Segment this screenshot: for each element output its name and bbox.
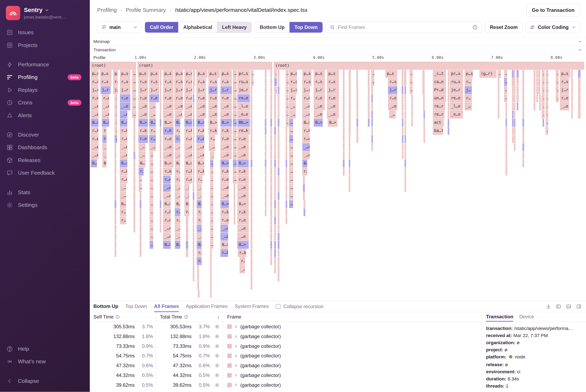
flame-frame[interactable] — [160, 192, 162, 200]
flame-frame[interactable] — [516, 78, 519, 86]
flame-frame[interactable] — [448, 102, 449, 110]
flame-frame[interactable]: r…s — [560, 78, 569, 86]
flame-frame[interactable]: … — [504, 78, 507, 86]
flame-frame[interactable] — [265, 152, 267, 159]
flame-frame[interactable] — [251, 225, 252, 232]
flame-frame[interactable] — [514, 127, 515, 135]
flame-frame[interactable]: r…s — [120, 78, 131, 86]
flame-frame[interactable] — [234, 208, 235, 216]
flame-frame[interactable] — [278, 249, 279, 257]
flame-frame[interactable] — [522, 111, 524, 118]
flame-frame[interactable]: _e…e — [450, 111, 463, 118]
flame-frame[interactable]: _…e — [388, 102, 397, 110]
flamegraph-canvas[interactable]: (root)p…sr…sj…rr…e_…e_…e0…>r…kr…e_…e_…e0… — [90, 62, 586, 301]
direction-option-bottom-up[interactable]: Bottom Up — [255, 22, 290, 32]
flame-frame[interactable] — [286, 192, 287, 200]
flame-frame[interactable]: r…k — [139, 127, 148, 135]
flame-frame[interactable]: j…r — [302, 86, 310, 94]
flame-frame[interactable]: r… — [175, 208, 180, 216]
flame-frame[interactable] — [536, 70, 538, 78]
flame-frame[interactable] — [270, 216, 272, 224]
details-tab-device[interactable]: Device — [519, 312, 534, 322]
flame-frame[interactable] — [534, 102, 535, 110]
flame-frame[interactable]: _… — [289, 111, 296, 118]
flame-frame[interactable] — [356, 70, 358, 78]
flame-frame[interactable]: r…k — [91, 127, 98, 135]
flame-frame[interactable] — [193, 216, 194, 224]
flame-frame[interactable]: … — [286, 86, 289, 94]
minimap-section-header[interactable]: Minimap — [90, 38, 586, 46]
flame-frame[interactable]: r…k — [185, 168, 192, 176]
flame-frame[interactable]: _… — [210, 152, 214, 159]
flame-frame[interactable] — [536, 94, 538, 102]
flame-frame[interactable] — [522, 152, 524, 159]
breadcrumb-item-0[interactable]: Profiling — [97, 7, 117, 13]
flame-frame[interactable]: _… — [289, 102, 296, 110]
flame-frame[interactable]: r…e — [197, 135, 204, 143]
flame-frame[interactable]: r…k — [221, 168, 229, 176]
flame-frame[interactable]: r…e — [185, 176, 192, 184]
flame-frame[interactable]: … — [286, 94, 289, 102]
go-to-transaction-button[interactable]: Go to Transaction — [526, 4, 580, 16]
flame-frame[interactable] — [278, 200, 279, 208]
table-row[interactable]: 47.32ms0.6%47.32ms0.6%(garbage collector… — [90, 361, 481, 370]
flame-frame[interactable]: r… — [120, 208, 126, 216]
flame-frame[interactable] — [512, 111, 514, 118]
flame-frame[interactable]: 0…> — [185, 160, 192, 167]
flame-frame[interactable]: _…e — [102, 102, 109, 110]
flame-frame[interactable]: _l…e — [450, 102, 463, 110]
flame-frame[interactable]: … — [150, 200, 153, 208]
flame-frame[interactable]: p…s — [465, 70, 473, 78]
flame-frame[interactable]: … — [274, 86, 277, 94]
flame-frame[interactable] — [193, 70, 195, 78]
flame-frame[interactable]: r…k — [221, 249, 228, 257]
flame-frame[interactable] — [286, 216, 287, 224]
flame-frame[interactable]: r…e — [185, 135, 192, 143]
flame-frame[interactable] — [210, 274, 212, 281]
flame-frame[interactable] — [512, 102, 514, 110]
flame-frame[interactable] — [210, 282, 212, 290]
flame-frame[interactable]: _…e — [314, 111, 323, 118]
flame-frame[interactable] — [115, 249, 116, 257]
flame-frame[interactable]: r…e — [163, 135, 174, 143]
flame-frame[interactable] — [193, 225, 194, 232]
flame-frame[interactable]: … — [542, 94, 544, 102]
flame-frame[interactable]: _…e — [197, 102, 206, 110]
flame-frame[interactable] — [234, 184, 235, 192]
flame-frame[interactable] — [571, 70, 573, 78]
flame-frame[interactable] — [193, 176, 194, 184]
flame-frame[interactable] — [115, 200, 116, 208]
flame-frame[interactable] — [278, 102, 279, 110]
flame-frame[interactable]: r…k — [237, 168, 249, 176]
flame-frame[interactable]: 0…> — [120, 119, 128, 126]
flame-frame[interactable]: _…e — [237, 192, 249, 200]
flame-frame[interactable]: p…s — [197, 70, 207, 78]
chevron-right-icon[interactable] — [234, 354, 238, 358]
flame-frame[interactable]: re…e — [237, 94, 250, 102]
flame-frame[interactable]: j…r — [163, 86, 174, 94]
flame-frame[interactable]: ba…1 — [433, 127, 443, 135]
flame-frame[interactable]: … — [150, 233, 153, 240]
flame-frame[interactable] — [343, 94, 344, 102]
chevron-right-icon[interactable] — [234, 383, 238, 387]
flame-frame[interactable]: 0…> — [163, 119, 174, 126]
flame-frame[interactable]: … — [115, 102, 117, 110]
flame-frame[interactable]: r…k — [163, 127, 174, 135]
flame-frame[interactable] — [405, 176, 406, 184]
flame-frame[interactable] — [193, 200, 194, 208]
flame-frame[interactable] — [357, 119, 358, 126]
flame-frame[interactable] — [278, 70, 279, 78]
flame-frame[interactable] — [193, 184, 194, 192]
flame-frame[interactable]: j…r — [120, 86, 131, 94]
flame-frame[interactable]: … — [546, 70, 548, 78]
flame-frame[interactable]: p…s — [100, 70, 111, 78]
flame-frame[interactable] — [265, 70, 267, 78]
layout-right-panel-icon[interactable] — [576, 304, 582, 309]
flame-frame[interactable]: r…k — [302, 127, 310, 135]
layout-bottom-panel-icon[interactable] — [566, 304, 571, 309]
flame-frame[interactable] — [371, 102, 373, 110]
flame-frame[interactable]: … — [150, 216, 153, 224]
flame-frame[interactable] — [522, 119, 524, 126]
flame-frame[interactable]: r… — [197, 176, 203, 184]
flame-frame[interactable] — [251, 241, 252, 249]
